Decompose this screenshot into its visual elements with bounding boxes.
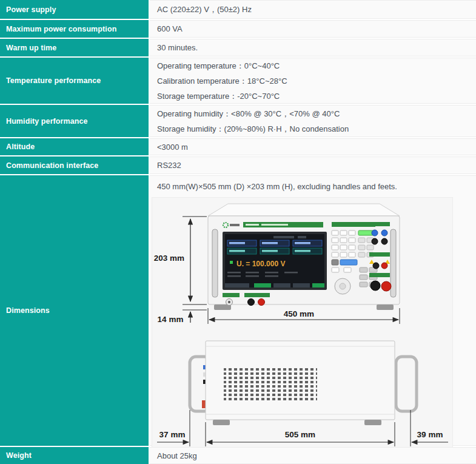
device-side-view: 37 mm 505 mm 39 mm	[152, 330, 454, 450]
spec-table: Power supply AC (220±22) V，(50±2) Hz Max…	[0, 0, 476, 464]
spec-row-humidity: Humidity performance Operating humidity：…	[0, 105, 476, 137]
spec-label: Dimensions	[0, 175, 149, 446]
left-handle	[212, 229, 218, 297]
green-key	[358, 230, 374, 235]
screen-reading: U. = 100.000 V	[236, 260, 285, 268]
dimension-label-foot: 14 mm	[158, 315, 184, 324]
black-jack	[248, 299, 255, 306]
black-jack	[381, 238, 387, 244]
spec-value: Calibration temperature：18°C~28°C	[157, 73, 476, 89]
red-jack	[381, 263, 387, 269]
spec-label: Altitude	[0, 138, 149, 155]
dimension-label-depth: 505 mm	[285, 430, 315, 439]
spec-label: Warm up time	[0, 39, 149, 56]
spec-value: Storage temperature：-20°C~70°C	[157, 89, 476, 104]
spec-value: <3000 m	[157, 140, 476, 155]
dimension-label-front-offset: 37 mm	[159, 430, 186, 439]
dimension-label-height: 203 mm	[154, 254, 184, 263]
right-handle	[396, 357, 417, 411]
foot	[377, 304, 394, 310]
spec-row-warm-up: Warm up time 30 minutes.	[0, 39, 476, 56]
device-front-view: U. = 100.000 V	[152, 198, 454, 326]
dimension-figure: U. = 100.000 V	[152, 197, 453, 451]
spec-row-altitude: Altitude <3000 m	[0, 138, 476, 155]
spec-value: 450 mm(W)×505 mm (D) ×203 mm (H), exclud…	[157, 181, 476, 192]
black-binding-post	[370, 281, 380, 291]
spec-label: Temperature performance	[0, 58, 149, 104]
dimension-label-rear-offset: 39 mm	[417, 430, 443, 439]
status-led	[230, 261, 233, 264]
spec-row-communication: Communication interface RS232	[0, 156, 476, 174]
black-jack	[372, 238, 378, 244]
spec-row-power-supply: Power supply AC (220±22) V，(50±2) Hz	[0, 0, 476, 19]
black-jack	[373, 263, 379, 269]
spec-value: Operating temperature：0°C~40°C	[157, 58, 476, 73]
model-title-bar	[243, 222, 323, 227]
spec-value: AC (220±22) V，(50±2) Hz	[157, 2, 476, 17]
red-binding-post	[381, 281, 391, 291]
spec-value: RS232	[157, 158, 476, 173]
dimension-label-width: 450 mm	[284, 309, 314, 318]
blue-jack	[372, 230, 378, 236]
spec-value: Storage humidity：(20%~80%) R·H，No conden…	[157, 121, 476, 136]
spec-label: Communication interface	[0, 156, 149, 174]
spec-value: Operating humidity：<80% @ 30°C，<70% @ 40…	[157, 106, 476, 121]
red-jack	[258, 299, 265, 306]
spec-value: 600 VA	[157, 21, 476, 36]
spec-label: Maximum power consumption	[0, 20, 149, 38]
vent-grille	[224, 368, 317, 402]
spec-row-max-power: Maximum power consumption 600 VA	[0, 20, 476, 38]
spec-row-dimensions: Dimensions 450 mm(W)×505 mm (D) ×203 mm …	[0, 175, 476, 446]
spec-row-temperature: Temperature performance Operating temper…	[0, 58, 476, 104]
display-screen: U. = 100.000 V	[223, 232, 327, 290]
spec-label: Humidity performance	[0, 105, 149, 137]
spec-label: Power supply	[0, 0, 149, 19]
spec-label: Weight	[0, 447, 149, 464]
spec-value: 30 minutes.	[157, 40, 476, 55]
enter-key	[340, 260, 357, 265]
spec-value: About 25kg	[157, 448, 476, 463]
spec-row-weight: Weight About 25kg	[0, 447, 476, 464]
foot	[364, 420, 381, 425]
chassis-side	[190, 341, 417, 425]
foot	[213, 420, 230, 425]
blue-jack	[381, 230, 387, 236]
